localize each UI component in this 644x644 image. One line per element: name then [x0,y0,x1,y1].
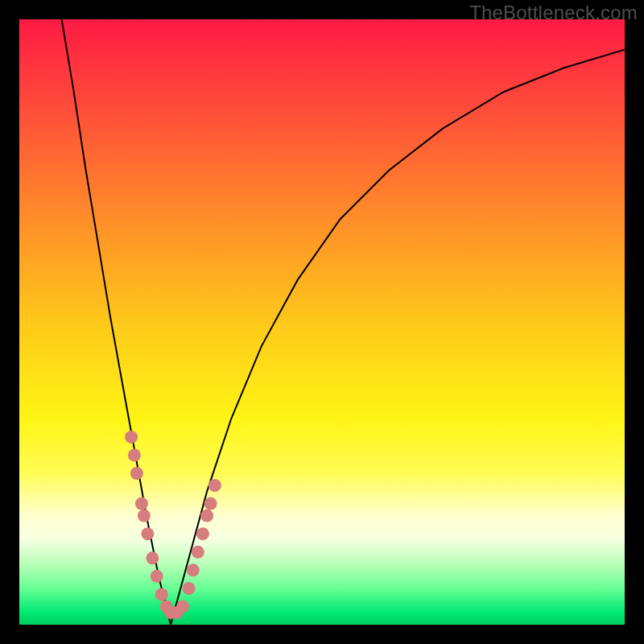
highlight-marker [138,510,151,522]
highlight-marker [204,497,217,510]
highlight-marker [187,564,200,576]
highlight-markers [125,431,221,619]
highlight-marker [146,551,159,564]
highlight-marker [200,510,213,522]
chart-plot-area [19,19,625,625]
highlight-marker [176,600,189,613]
bottleneck-curve-right [171,50,625,625]
watermark-text: TheBottleneck.com [469,2,638,24]
highlight-marker [155,588,168,601]
highlight-marker [192,546,204,559]
highlight-marker [183,582,196,595]
chart-svg [19,19,625,625]
highlight-marker [208,479,221,492]
highlight-marker [130,467,143,480]
highlight-marker [196,527,209,540]
highlight-marker [125,431,138,444]
highlight-marker [151,570,163,583]
bottleneck-curve-left [62,19,171,625]
highlight-marker [135,497,148,510]
highlight-marker [128,448,141,461]
highlight-marker [141,527,154,540]
